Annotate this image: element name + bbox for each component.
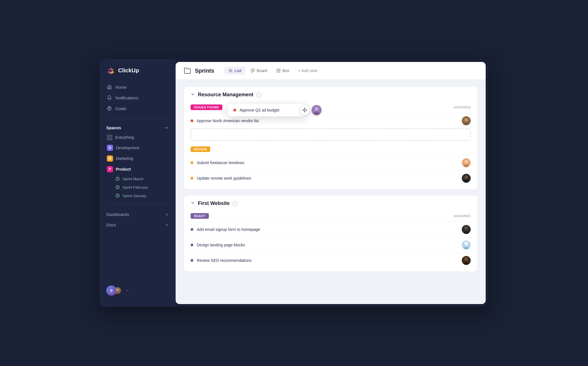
sidebar-item-marketing[interactable]: M Marketing bbox=[103, 153, 172, 164]
sidebar-item-home-label: Home bbox=[115, 85, 127, 90]
task-left-review-1: Submit freelancer timelines bbox=[191, 160, 244, 165]
sidebar-item-goals[interactable]: Goals bbox=[103, 103, 172, 114]
card-bottom-padding bbox=[184, 186, 478, 189]
ready-badge-row: READY ASSIGNEE bbox=[184, 210, 478, 222]
svg-rect-15 bbox=[279, 69, 280, 70]
user-avatar-bg: S bbox=[106, 285, 116, 296]
tab-list[interactable]: List bbox=[224, 66, 246, 75]
board-icon bbox=[251, 68, 255, 73]
move-icon bbox=[302, 108, 307, 113]
table-row[interactable]: Update remote work guidelines bbox=[184, 170, 478, 186]
avatar-1 bbox=[462, 116, 471, 125]
sidebar-item-everything[interactable]: Everything bbox=[103, 132, 172, 142]
avatar-face-review-2 bbox=[462, 174, 471, 183]
task-dot-yellow-2 bbox=[191, 177, 193, 180]
sidebar-item-home[interactable]: Home bbox=[103, 82, 172, 92]
user-profile[interactable]: S bbox=[100, 281, 176, 300]
sidebar-navigation: Home Notifications bbox=[100, 82, 176, 114]
home-icon bbox=[107, 84, 112, 90]
task-assignee-review-1 bbox=[462, 158, 471, 167]
sidebar-item-dashboards[interactable]: Dashboards bbox=[100, 209, 176, 220]
dashboards-label: Dashboards bbox=[106, 212, 129, 217]
drag-user-avatar bbox=[311, 105, 322, 115]
sidebar-item-sprint-march[interactable]: Sprint March bbox=[103, 175, 172, 183]
resource-management-title: Resource Management bbox=[198, 92, 253, 98]
svg-point-27 bbox=[465, 160, 468, 163]
first-website-header: First Website i bbox=[184, 195, 478, 210]
task-assignee-web-3 bbox=[462, 256, 471, 265]
review-badge-row: REVIEW bbox=[184, 144, 478, 155]
spaces-header[interactable]: Spaces bbox=[100, 123, 176, 132]
resource-info-icon[interactable]: i bbox=[256, 92, 261, 97]
first-website-info-icon[interactable]: i bbox=[233, 201, 238, 206]
docs-label: Docs bbox=[106, 222, 116, 227]
table-row[interactable]: Submit freelancer timelines bbox=[184, 155, 478, 170]
development-label: Development bbox=[116, 146, 139, 150]
product-badge: P bbox=[107, 166, 113, 172]
first-website-card: First Website i READY ASSIGNEE Add email… bbox=[184, 195, 478, 272]
add-view-label: + Add view bbox=[298, 68, 317, 73]
sidebar-item-sprint-february[interactable]: Sprint February bbox=[103, 183, 172, 191]
sidebar-item-product[interactable]: P Product bbox=[103, 164, 172, 175]
task-dot-yellow-1 bbox=[191, 161, 193, 164]
tab-box[interactable]: Box bbox=[272, 66, 293, 75]
table-row[interactable]: Add email signup form to homepage bbox=[184, 222, 478, 237]
avatar-face-web-2 bbox=[462, 240, 471, 249]
svg-rect-16 bbox=[277, 71, 278, 72]
svg-point-19 bbox=[465, 118, 468, 122]
marketing-badge: M bbox=[107, 155, 113, 162]
sidebar-item-development[interactable]: D Development bbox=[103, 142, 172, 153]
chevron-right-dashboards-icon bbox=[165, 213, 169, 217]
ready-badge: READY bbox=[191, 213, 209, 219]
assignee-column-label-2: ASSIGNEE bbox=[454, 214, 471, 218]
task-name-web-2: Design landing page blocks bbox=[197, 243, 245, 247]
content-area: Resource Management i ISSUES FOUND ASSIG… bbox=[176, 80, 486, 304]
table-row[interactable]: Review SEO recommendations bbox=[184, 253, 478, 268]
svg-point-1 bbox=[109, 108, 110, 109]
svg-point-36 bbox=[464, 242, 468, 246]
drag-move-icon bbox=[300, 105, 310, 115]
sprint-january-icon bbox=[115, 193, 120, 198]
marketing-label: Marketing bbox=[116, 156, 133, 161]
folder-icon bbox=[184, 67, 191, 75]
logo[interactable]: ClickUp bbox=[100, 66, 176, 82]
table-row[interactable]: Design landing page blocks bbox=[184, 237, 478, 253]
svg-rect-13 bbox=[253, 69, 255, 71]
drag-overlay: Approve Q2 ad budget bbox=[227, 104, 306, 117]
development-badge: D bbox=[107, 145, 113, 151]
avatar-face-1 bbox=[462, 116, 471, 125]
sidebar-item-docs[interactable]: Docs bbox=[100, 220, 176, 230]
website-collapse-icon[interactable] bbox=[191, 201, 195, 206]
view-tabs: List Board Box bbox=[224, 66, 321, 75]
svg-rect-14 bbox=[277, 69, 278, 70]
page-title-area: Sprints bbox=[184, 67, 214, 75]
tab-board-label: Board bbox=[257, 68, 267, 73]
assignee-column-label-1: ASSIGNEE bbox=[454, 106, 471, 109]
sprint-march-label: Sprint March bbox=[123, 177, 143, 181]
svg-point-30 bbox=[465, 175, 468, 179]
sprint-february-label: Sprint February bbox=[123, 185, 148, 189]
sidebar-item-sprint-january[interactable]: Sprint January bbox=[103, 191, 172, 200]
sprint-february-icon bbox=[115, 185, 120, 189]
tab-board[interactable]: Board bbox=[247, 66, 271, 75]
issues-found-badge: ISSUES FOUND bbox=[191, 104, 222, 110]
add-view-button[interactable]: + Add view bbox=[294, 66, 321, 75]
task-assignee-1 bbox=[462, 116, 471, 125]
avatar-face-review-1 bbox=[462, 158, 471, 167]
web-card-bottom-padding bbox=[184, 268, 478, 271]
resource-collapse-icon[interactable] bbox=[191, 92, 195, 98]
sidebar-divider bbox=[106, 118, 169, 119]
avatar-face-web-1 bbox=[462, 225, 471, 234]
task-name-review-1: Submit freelancer timelines bbox=[197, 160, 244, 165]
svg-rect-12 bbox=[251, 69, 253, 72]
svg-point-33 bbox=[464, 226, 468, 230]
drag-task-dot bbox=[233, 109, 236, 111]
sidebar-divider-2 bbox=[106, 204, 169, 205]
user-dropdown-icon bbox=[125, 289, 129, 292]
task-assignee-web-2 bbox=[462, 240, 471, 249]
everything-label: Everything bbox=[115, 135, 134, 140]
task-dot-red-1 bbox=[191, 119, 193, 122]
sidebar-item-notifications[interactable]: Notifications bbox=[103, 92, 172, 103]
sprint-january-label: Sprint January bbox=[123, 194, 146, 198]
task-left-web-1: Add email signup form to homepage bbox=[191, 227, 260, 232]
